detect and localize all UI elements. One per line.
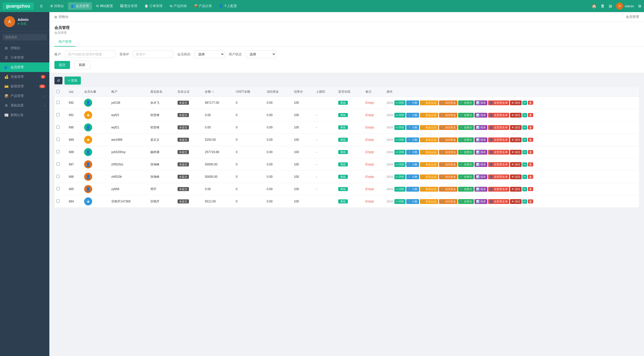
- tab-user-management[interactable]: 用户管理: [54, 38, 76, 47]
- action-report[interactable]: 📊 报表: [474, 150, 487, 155]
- settings-icon[interactable]: ⚙: [638, 4, 641, 9]
- action-delete[interactable]: 🗑: [528, 113, 533, 117]
- action-freeze[interactable]: ❄ 冻结: [510, 174, 522, 179]
- action-blacklist[interactable]: 👤 设置黑名单: [488, 100, 509, 105]
- admin-info[interactable]: A Admin: [616, 3, 634, 10]
- action-realname[interactable]: 🛒 实名认证: [420, 199, 438, 204]
- action-detail[interactable]: ≡ 详情: [394, 113, 405, 118]
- nav-product[interactable]: 🛍 产品列表: [166, 2, 190, 10]
- sidebar-item-member[interactable]: 👥 会员管理: [0, 62, 49, 72]
- action-credit[interactable]: 🛒 信誉分: [458, 100, 474, 105]
- action-edit[interactable]: ✏: [522, 175, 527, 179]
- home-icon[interactable]: 🏠: [592, 4, 597, 9]
- action-settle[interactable]: 🛒 冻结资金: [439, 137, 457, 142]
- action-freeze[interactable]: ❄ 冻结: [510, 100, 522, 105]
- sidebar-search-input[interactable]: [3, 34, 47, 41]
- nav-menu-toggle[interactable]: ☰: [37, 3, 46, 10]
- nav-config[interactable]: ⚙ 网站配置: [93, 2, 116, 10]
- action-detail[interactable]: ≡ 详情: [394, 187, 405, 192]
- action-credit[interactable]: 🛒 信誉分: [458, 137, 474, 142]
- action-report[interactable]: 📊 报表: [474, 174, 487, 179]
- action-score[interactable]: 🛒 分数: [406, 187, 419, 192]
- action-detail[interactable]: ≡ 详情: [394, 162, 405, 167]
- action-score[interactable]: 🛒 分数: [406, 150, 419, 155]
- fullscreen-icon[interactable]: ⊞: [609, 4, 612, 9]
- action-realname[interactable]: 🛒 实名认证: [420, 137, 438, 142]
- nav-dashboard[interactable]: 🖥 🖥 控制台控制台: [47, 2, 67, 10]
- action-realname[interactable]: 🛒 实名认证: [420, 100, 438, 105]
- row-checkbox[interactable]: [56, 175, 60, 178]
- action-detail[interactable]: ≡ 详情: [394, 199, 405, 204]
- refresh-button[interactable]: 刷新: [74, 61, 90, 69]
- action-realname[interactable]: 🛒 实名认证: [420, 174, 438, 179]
- action-credit[interactable]: 🛒 信誉分: [458, 162, 474, 167]
- action-realname[interactable]: 🛒 实名认证: [420, 113, 438, 118]
- select-all-checkbox[interactable]: [56, 90, 60, 93]
- action-blacklist[interactable]: 👤 设置黑名单: [488, 199, 509, 204]
- row-checkbox[interactable]: [56, 199, 60, 203]
- action-edit[interactable]: ✏: [522, 150, 527, 154]
- action-freeze[interactable]: ❄ 冻结: [510, 125, 522, 130]
- action-detail[interactable]: ≡ 详情: [394, 125, 405, 130]
- action-realname[interactable]: 🛒 实名认证: [420, 162, 438, 167]
- action-settle[interactable]: 🛒 冻结资金: [439, 125, 457, 130]
- action-score[interactable]: 🛒 分数: [406, 100, 419, 105]
- sidebar-item-product[interactable]: 📦 产品管理 ›: [0, 91, 49, 101]
- action-score[interactable]: 🛒 分数: [406, 174, 419, 179]
- action-delete[interactable]: 🗑: [528, 101, 533, 105]
- action-report[interactable]: 📊 报表: [474, 100, 487, 105]
- action-report[interactable]: 📊 报表: [474, 199, 487, 204]
- sidebar-item-recharge[interactable]: 💰 充值管理 0: [0, 72, 49, 82]
- action-detail[interactable]: ≡ 详情: [394, 174, 405, 179]
- action-blacklist[interactable]: 👤 设置黑名单: [488, 125, 509, 130]
- action-credit[interactable]: 🛒 信誉分: [458, 125, 474, 130]
- action-report[interactable]: 📊 报表: [474, 125, 487, 130]
- action-settle[interactable]: 🛒 冻结资金: [439, 100, 457, 105]
- action-credit[interactable]: 🛒 信誉分: [458, 113, 474, 118]
- action-edit[interactable]: ✏: [522, 162, 527, 167]
- action-settle[interactable]: 🛒 冻结资金: [439, 174, 457, 179]
- action-freeze[interactable]: ❄ 冻结: [510, 162, 522, 167]
- action-detail[interactable]: ≡ 详情: [394, 150, 405, 155]
- sidebar-item-withdraw[interactable]: 💳 提现管理 45: [0, 82, 49, 91]
- action-blacklist[interactable]: 👤 设置黑名单: [488, 150, 509, 155]
- sidebar-item-news[interactable]: 📰 新闻公告: [0, 110, 49, 120]
- action-score[interactable]: 🛒 分数: [406, 137, 419, 142]
- nav-media[interactable]: 🖼 图文管理: [117, 2, 141, 10]
- add-button[interactable]: + 添加: [64, 77, 81, 85]
- action-settle[interactable]: 🛒 冻结资金: [439, 113, 457, 118]
- action-delete[interactable]: 🗑: [528, 162, 533, 166]
- action-delete[interactable]: 🗑: [528, 199, 533, 203]
- action-blacklist[interactable]: 👤 设置黑名单: [488, 162, 509, 167]
- action-credit[interactable]: 🛒 信誉分: [458, 187, 474, 192]
- sidebar-item-system[interactable]: ⚙ 系统设置 ›: [0, 101, 49, 110]
- action-delete[interactable]: 🗑: [528, 125, 533, 129]
- action-blacklist[interactable]: 👤 设置黑名单: [488, 137, 509, 142]
- action-detail[interactable]: ≡ 详情: [394, 137, 405, 142]
- userstatus-select[interactable]: 选择: [246, 50, 276, 58]
- action-blacklist[interactable]: 👤 设置黑名单: [488, 187, 509, 192]
- trash-icon[interactable]: 🗑: [601, 4, 605, 8]
- row-checkbox[interactable]: [56, 162, 60, 166]
- action-settle[interactable]: 🛒 冻结资金: [439, 199, 457, 204]
- action-detail[interactable]: ≡ 详情: [394, 100, 405, 105]
- action-blacklist[interactable]: 👤 设置黑名单: [488, 174, 509, 179]
- action-freeze[interactable]: ❄ 冻结: [510, 199, 522, 204]
- action-blacklist[interactable]: 👤 设置黑名单: [488, 113, 509, 118]
- nav-category[interactable]: 📦 产品分类: [191, 2, 215, 10]
- action-credit[interactable]: 🛒 信誉分: [458, 199, 474, 204]
- action-freeze[interactable]: ❄ 冻结: [510, 113, 522, 118]
- row-checkbox[interactable]: [56, 187, 60, 190]
- action-score[interactable]: 🛒 分数: [406, 162, 419, 167]
- action-edit[interactable]: ✏: [522, 125, 527, 130]
- action-score[interactable]: 🛒 分数: [406, 125, 419, 130]
- action-credit[interactable]: 🛒 信誉分: [458, 174, 474, 179]
- action-edit[interactable]: ✏: [522, 199, 527, 204]
- memberrisk-select[interactable]: 选择: [194, 50, 225, 58]
- action-freeze[interactable]: ❄ 冻结: [510, 150, 522, 155]
- nav-personal[interactable]: 👤 个人配置: [216, 2, 240, 10]
- loginip-input[interactable]: [133, 51, 173, 58]
- account-input[interactable]: [65, 51, 115, 58]
- row-checkbox[interactable]: [56, 138, 60, 141]
- row-checkbox[interactable]: [56, 113, 60, 116]
